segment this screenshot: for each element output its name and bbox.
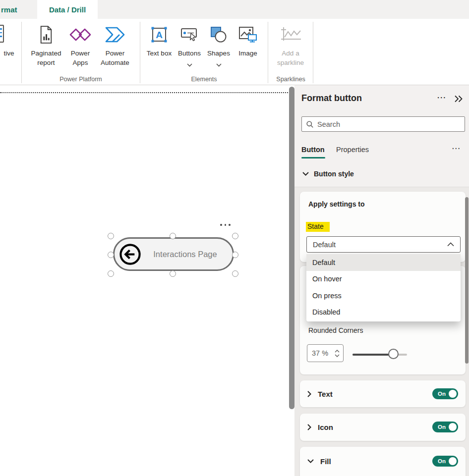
rounded-corners-input[interactable]: 37 %	[307, 344, 344, 362]
selection-handle[interactable]	[108, 233, 114, 239]
ribbon-item-add-sparkline: Add a sparkline	[271, 23, 310, 67]
image-icon	[238, 23, 257, 47]
ribbon-item-buttons[interactable]: Buttons	[174, 23, 205, 69]
chevron-up-icon	[447, 242, 454, 247]
fill-section-header[interactable]: Fill On	[300, 447, 466, 476]
chevron-right-icon	[307, 391, 311, 397]
tab-button[interactable]: Button	[301, 146, 325, 154]
rounded-corners-label: Rounded Corners	[308, 326, 363, 334]
selection-handle[interactable]	[108, 252, 114, 258]
group-separator	[313, 22, 313, 83]
chevron-down-icon	[187, 60, 192, 69]
shapes-icon	[210, 23, 228, 47]
text-toggle[interactable]: On	[432, 388, 458, 399]
tab-data-drill[interactable]: Data / Drill	[37, 0, 98, 19]
section-label: Text	[318, 390, 333, 398]
chevron-down-icon	[307, 459, 314, 463]
pane-vertical-scrollbar[interactable]	[465, 197, 469, 364]
power-apps-icon	[69, 23, 92, 47]
dropdown-option-on-hover[interactable]: On hover	[306, 271, 461, 288]
collapse-pane-icon[interactable]	[454, 95, 463, 105]
icon-section-card: Icon On	[300, 414, 466, 441]
ribbon-item-paginated-report[interactable]: Paginated report	[28, 23, 64, 67]
selection-handle[interactable]	[170, 233, 176, 239]
ribbon-item-partial[interactable]: tive	[0, 23, 18, 58]
fill-section-card: Fill On	[300, 447, 466, 476]
icon-toggle[interactable]: On	[432, 422, 458, 432]
selection-handle[interactable]	[232, 270, 238, 277]
state-dropdown-value: Default	[313, 241, 336, 249]
dropdown-option-disabled[interactable]: Disabled	[306, 304, 461, 321]
dropdown-option-on-press[interactable]: On press	[306, 287, 461, 304]
pane-title: Format button	[301, 93, 362, 104]
apply-settings-title: Apply settings to	[308, 200, 365, 208]
selection-handle[interactable]	[232, 233, 238, 239]
selection-handle[interactable]	[170, 270, 176, 277]
ribbon-item-power-apps[interactable]: Power Apps	[66, 23, 95, 67]
canvas-vertical-scrollbar[interactable]	[289, 87, 294, 409]
ribbon-tab-bar: rmat Data / Drill	[0, 0, 469, 19]
group-separator	[21, 22, 22, 83]
active-tab-underline	[301, 157, 325, 159]
chevron-down-icon	[216, 60, 222, 69]
report-canvas[interactable]: Interactions Page	[0, 85, 294, 476]
tab-format-partial[interactable]: rmat	[1, 0, 17, 19]
section-label: Fill	[320, 457, 331, 466]
ribbon-item-label: Power Automate	[95, 49, 135, 67]
toggle-state-label: On	[438, 391, 446, 397]
ribbon-item-image[interactable]: Image	[233, 23, 263, 58]
sparkline-icon	[279, 23, 302, 47]
section-label: Button style	[314, 170, 354, 178]
rounded-corners-value: 37 %	[312, 349, 328, 357]
state-label-highlighted: State	[306, 222, 330, 232]
chevron-down-icon	[302, 172, 309, 176]
ribbon-item-shapes[interactable]: Shapes	[205, 23, 233, 69]
spinner-steppers[interactable]	[335, 350, 340, 357]
dropdown-option-default[interactable]: Default	[306, 254, 461, 271]
section-button-style[interactable]: Button style	[302, 170, 354, 178]
ribbon-item-power-automate[interactable]: Power Automate	[95, 23, 135, 67]
toggle-knob	[449, 457, 457, 465]
format-search-box[interactable]	[301, 116, 465, 132]
toggle-state-label: On	[438, 424, 446, 430]
apply-settings-card: Apply settings to State Default	[300, 192, 466, 262]
rounded-corners-slider-track[interactable]	[352, 354, 407, 356]
tabs-more-options-icon[interactable]: ⋯	[452, 143, 460, 154]
toggle-knob	[449, 423, 457, 431]
ribbon-item-label: Buttons	[178, 49, 201, 58]
icon-section-header[interactable]: Icon On	[300, 414, 466, 440]
ribbon-item-label: Paginated report	[28, 49, 64, 67]
ribbon-item-label: Shapes	[207, 49, 230, 58]
buttons-icon	[180, 23, 198, 47]
group-label-power-platform: Power Platform	[22, 76, 140, 83]
chevron-down-icon	[335, 354, 340, 357]
page-boundary-dotted-line	[0, 92, 288, 93]
format-pane: Format button ⋯ Button Properties ⋯	[294, 85, 469, 476]
selection-handle[interactable]	[108, 270, 114, 277]
tab-properties[interactable]: Properties	[336, 146, 369, 154]
text-section-header[interactable]: Text On	[300, 380, 466, 407]
rounded-corners-slider-knob[interactable]	[388, 349, 399, 359]
svg-text:A: A	[156, 30, 163, 40]
ribbon-item-label: Image	[238, 49, 257, 58]
group-separator	[268, 22, 268, 83]
state-dropdown[interactable]: Default	[306, 236, 461, 253]
ribbon-item-label: Text box	[147, 49, 172, 58]
fill-toggle[interactable]: On	[432, 456, 458, 467]
ribbon-item-label: tive	[3, 49, 14, 58]
state-dropdown-list: Default On hover On press Disabled	[306, 254, 461, 321]
selection-handle[interactable]	[232, 252, 238, 258]
pane-more-options-icon[interactable]: ⋯	[437, 92, 446, 103]
chevron-right-icon	[307, 424, 311, 430]
selected-button-visual[interactable]: Interactions Page	[113, 237, 234, 271]
visual-more-options-icon[interactable]	[220, 224, 231, 226]
group-label-elements: Elements	[140, 76, 268, 83]
button-visual-label: Interactions Page	[142, 250, 229, 259]
ribbon: tive Paginated report	[0, 19, 469, 85]
search-input[interactable]	[317, 120, 461, 128]
group-label-sparklines: Sparklines	[268, 76, 313, 83]
text-box-icon: A	[150, 23, 168, 47]
ribbon-item-text-box[interactable]: A Text box	[146, 23, 172, 58]
power-automate-icon	[104, 23, 126, 47]
text-section-card: Text On	[300, 380, 466, 407]
